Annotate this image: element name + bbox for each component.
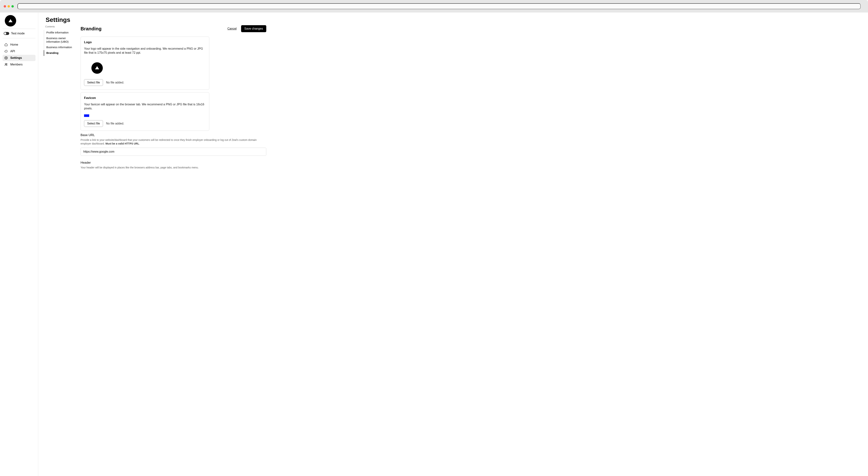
- sidebar-item-api[interactable]: API: [3, 48, 35, 55]
- toggle-knob: [4, 32, 6, 35]
- divider: [3, 29, 35, 29]
- sidebar-item-home[interactable]: Home: [3, 41, 35, 48]
- logo-card: Logo Your logo will appear in the side n…: [81, 37, 209, 90]
- header-desc: Your header will be displayed in places …: [81, 166, 266, 169]
- contents-item-profile[interactable]: Profile information: [44, 30, 77, 35]
- favicon-file-status: No file added.: [106, 122, 124, 125]
- close-window-button[interactable]: [4, 5, 6, 7]
- triangle-icon: [8, 19, 12, 22]
- save-changes-button[interactable]: Save changes: [241, 25, 266, 32]
- favicon-card-desc: Your favicon will appear on the browser …: [84, 102, 206, 111]
- base-url-field-block: Base URL Provide a link to your website/…: [81, 133, 266, 159]
- contents-nav: Contents Profile information Business ow…: [44, 25, 77, 171]
- maximize-window-button[interactable]: [11, 5, 14, 7]
- sidebar: Test mode Home API: [0, 12, 38, 476]
- favicon-select-file-button[interactable]: Select file: [84, 120, 103, 127]
- main-content: Settings Contents Profile information Bu…: [38, 12, 868, 476]
- favicon-card-title: Favicon: [84, 96, 206, 100]
- users-icon: [4, 63, 8, 66]
- base-url-desc: Provide a link to your website/dashboard…: [81, 138, 266, 146]
- svg-point-1: [5, 63, 6, 65]
- sidebar-nav: Home API Settings: [3, 41, 35, 68]
- company-logo: [5, 15, 16, 27]
- logo-card-title: Logo: [84, 40, 206, 44]
- base-url-desc-post: .: [139, 142, 140, 145]
- sidebar-item-label: API: [10, 50, 15, 53]
- triangle-icon: [95, 66, 99, 69]
- cancel-button[interactable]: Cancel: [227, 27, 237, 30]
- divider: [3, 38, 35, 38]
- section-title-branding: Branding: [81, 26, 101, 32]
- contents-item-branding[interactable]: Branding: [44, 50, 77, 56]
- logo-file-status: No file added.: [106, 81, 124, 84]
- traffic-lights: [4, 5, 14, 7]
- sidebar-item-label: Settings: [10, 56, 22, 60]
- sidebar-item-label: Home: [10, 43, 18, 46]
- test-mode-toggle[interactable]: [4, 32, 9, 35]
- window-titlebar: [0, 0, 868, 12]
- svg-point-2: [6, 64, 7, 65]
- home-icon: [4, 43, 8, 46]
- sidebar-item-members[interactable]: Members: [3, 61, 35, 68]
- favicon-card: Favicon Your favicon will appear on the …: [81, 92, 209, 131]
- base-url-desc-bold: Must be a valid HTTPS URL: [105, 142, 139, 145]
- header-label: Header: [81, 161, 266, 164]
- logo-select-file-button[interactable]: Select file: [84, 79, 103, 86]
- minimize-window-button[interactable]: [7, 5, 10, 7]
- sidebar-item-settings[interactable]: Settings: [3, 55, 35, 61]
- test-mode-toggle-row[interactable]: Test mode: [3, 31, 35, 36]
- test-mode-label: Test mode: [11, 32, 25, 35]
- logo-preview: [91, 62, 103, 74]
- favicon-preview: [84, 114, 89, 117]
- logo-card-desc: Your logo will appear in the side naviga…: [84, 47, 206, 55]
- sidebar-item-label: Members: [10, 63, 23, 66]
- contents-heading: Contents: [44, 25, 77, 28]
- gear-icon: [4, 56, 8, 60]
- base-url-input[interactable]: [81, 148, 266, 156]
- page-title: Settings: [45, 16, 863, 23]
- browser-url-input[interactable]: [18, 3, 861, 9]
- base-url-label: Base URL: [81, 133, 266, 137]
- svg-point-0: [6, 58, 7, 59]
- contents-item-ubo[interactable]: Business owner information (UBO): [44, 35, 77, 45]
- cloud-icon: [4, 50, 8, 53]
- header-field-block: Header Your header will be displayed in …: [81, 161, 266, 169]
- contents-item-business[interactable]: Business information: [44, 44, 77, 50]
